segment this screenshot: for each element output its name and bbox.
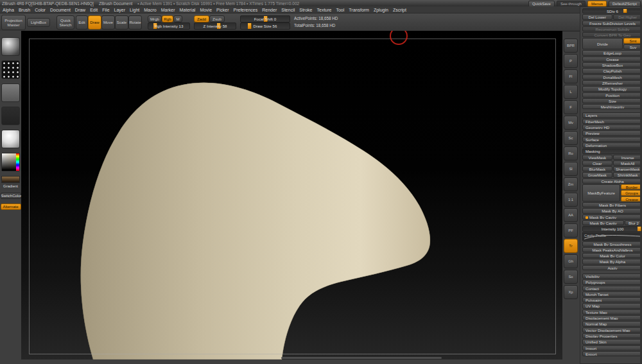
rotate-mode-button[interactable]: Rotate xyxy=(128,15,142,30)
floor-grid-icon[interactable]: Fl xyxy=(564,69,578,83)
menu-item[interactable]: Movie xyxy=(200,8,212,12)
scroll-doc-icon[interactable]: Sl xyxy=(564,162,578,176)
menu-item[interactable]: Stencil xyxy=(281,8,295,12)
subpalette-header[interactable]: Displacement Map xyxy=(582,315,642,320)
menu-item[interactable]: Macro xyxy=(144,8,156,12)
suv-toggle[interactable]: Suv xyxy=(623,44,642,50)
smt-toggle[interactable]: Smt xyxy=(623,38,642,44)
growmask-button[interactable]: GrowMask xyxy=(582,172,612,177)
rgb-intensity-slider[interactable]: Rgb Intensity 13 xyxy=(148,22,190,30)
zadd-toggle[interactable]: Zadd xyxy=(194,15,209,22)
color-picker[interactable] xyxy=(1,153,20,171)
edit-mode-button[interactable]: Edit xyxy=(76,15,88,30)
subpalette-header[interactable]: Deformation xyxy=(582,143,642,148)
menu-item[interactable]: Tool xyxy=(336,8,344,12)
mask-by-feature-button[interactable]: MaskByFeature xyxy=(582,184,620,202)
menu-item[interactable]: File xyxy=(102,8,109,12)
current-material-thumbnail[interactable] xyxy=(1,130,20,148)
blurmask-button[interactable]: BlurMask xyxy=(582,166,612,171)
sdiv-slider[interactable]: SDiv 6 xyxy=(582,8,642,13)
menu-item[interactable]: Document xyxy=(50,8,71,12)
lightbox-button[interactable]: LightBox xyxy=(27,18,50,27)
geometry-button[interactable]: DynaMesh xyxy=(582,74,642,80)
subpalette-header[interactable]: UV Map xyxy=(582,303,642,308)
subpalette-header[interactable]: Display Properties xyxy=(582,333,642,338)
scale-mode-button[interactable]: Scale xyxy=(115,15,128,30)
menu-item[interactable]: Marker xyxy=(161,8,175,12)
alternate-button[interactable]: Alternate xyxy=(1,204,21,210)
subpalette-header[interactable]: Import xyxy=(582,345,642,351)
document-canvas[interactable] xyxy=(21,31,562,360)
convert-bpr-button[interactable]: Convert BPR To Geo xyxy=(582,32,642,37)
switch-color-button[interactable]: SwitchColor xyxy=(1,193,21,199)
zsub-toggle[interactable]: Zsub xyxy=(209,15,225,22)
rotate-3d-icon[interactable]: Ro xyxy=(564,146,578,160)
move-mode-button[interactable]: Move xyxy=(101,15,115,30)
geometry-button[interactable]: Crease xyxy=(582,56,642,62)
subpalette-header[interactable]: Layers xyxy=(582,112,642,117)
color-hue-strip[interactable] xyxy=(16,153,19,171)
mask-by-smoothness-button[interactable]: Mask By Smoothness xyxy=(582,241,642,247)
menu-item[interactable]: Picker xyxy=(216,8,229,12)
clear-mask-button[interactable]: Clear xyxy=(582,160,612,166)
mask-by-ao-button[interactable]: Mask By AO xyxy=(582,208,642,213)
move-3d-icon[interactable]: Mv xyxy=(564,116,578,130)
reconstruct-subdiv-button[interactable]: Reconstruct Subdiv xyxy=(582,26,642,31)
mask-peaks-valleys-button[interactable]: Mask PeaksAndValleys xyxy=(582,247,642,252)
subpalette-header[interactable]: FiberMesh xyxy=(582,119,642,124)
solo-icon[interactable]: So xyxy=(564,270,578,284)
menu-item[interactable]: Edit xyxy=(90,8,98,12)
geometry-button[interactable]: Size xyxy=(582,98,642,103)
gradient-swatch[interactable] xyxy=(1,176,20,183)
subpalette-header[interactable]: Visibility xyxy=(582,273,642,279)
freeze-subdivision-button[interactable]: Freeze SubDivision Levels xyxy=(582,21,642,26)
geometry-button[interactable]: ShadowBox xyxy=(582,62,642,67)
maskall-button[interactable]: MaskAll xyxy=(613,160,642,166)
menu-item[interactable]: Zplugin xyxy=(374,8,388,12)
persp-toggle-icon[interactable]: P xyxy=(564,54,578,68)
menu-item[interactable]: Material xyxy=(179,8,195,12)
menu-item[interactable]: Alpha xyxy=(3,8,14,12)
transparency-icon[interactable]: Tr xyxy=(564,239,578,253)
menu-item[interactable]: Layer xyxy=(114,8,126,12)
cavity-intensity-slider[interactable]: Intensity 100 xyxy=(582,226,642,231)
del-higher-button[interactable]: Del Higher xyxy=(613,14,642,19)
menu-item[interactable]: Brush xyxy=(19,8,30,12)
rgb-toggle[interactable]: Rgb xyxy=(162,15,173,22)
mask-by-fibers-button[interactable]: Mask By Fibers xyxy=(582,202,642,207)
subpalette-header[interactable]: Unified Skin xyxy=(582,339,642,344)
current-stroke-thumbnail[interactable] xyxy=(1,60,20,79)
subpalette-header[interactable]: Morph Target xyxy=(582,291,642,297)
draw-size-slider[interactable]: Draw Size 56 xyxy=(240,22,290,30)
sharpenmask-button[interactable]: SharpenMask xyxy=(613,166,642,171)
subpalette-header[interactable]: Export xyxy=(582,351,642,356)
geometry-button[interactable]: Modify Topology xyxy=(582,86,642,91)
current-texture-thumbnail[interactable] xyxy=(1,107,20,125)
actual-size-icon[interactable]: 1:1 xyxy=(564,193,578,207)
menu-item[interactable]: Light xyxy=(130,8,139,12)
current-brush-thumbnail[interactable] xyxy=(1,37,20,56)
geometry-button[interactable]: ZRemesher xyxy=(582,80,642,85)
subpalette-header[interactable]: Vector Displacement Map xyxy=(582,327,642,333)
frame-mesh-icon[interactable]: F xyxy=(564,100,578,114)
subpalette-header[interactable]: Surface xyxy=(582,137,642,142)
cavity-blur-slider[interactable]: Blur 2 xyxy=(625,220,642,225)
xpose-icon[interactable]: Xp xyxy=(564,285,578,299)
divide-button[interactable]: Divide xyxy=(582,38,623,49)
zoom-doc-icon[interactable]: Zm xyxy=(564,177,578,191)
focal-shift-slider[interactable]: Focal Shift 0 xyxy=(240,15,290,22)
aa-half-icon[interactable]: AA xyxy=(564,208,578,222)
subpalette-header[interactable]: Polygroups xyxy=(582,279,642,284)
color-sv-square[interactable] xyxy=(2,153,16,171)
m-toggle[interactable]: M xyxy=(173,15,182,22)
z-intensity-slider[interactable]: Z Intensity 58 xyxy=(194,22,236,30)
local-transform-icon[interactable]: L xyxy=(564,85,578,99)
subpalette-header[interactable]: Polypaint xyxy=(582,297,642,302)
create-alpha-button[interactable]: Create Alpha xyxy=(582,178,642,184)
mask-by-color-button[interactable]: Mask By Color xyxy=(582,253,642,258)
menu-item[interactable]: Texture xyxy=(317,8,331,12)
menu-item[interactable]: Render xyxy=(262,8,277,12)
menu-item[interactable]: Stroke xyxy=(299,8,312,12)
projection-master-button[interactable]: Projection Master xyxy=(1,15,26,30)
mask-by-cavity-button[interactable]: Mask By Cavity xyxy=(582,220,624,225)
